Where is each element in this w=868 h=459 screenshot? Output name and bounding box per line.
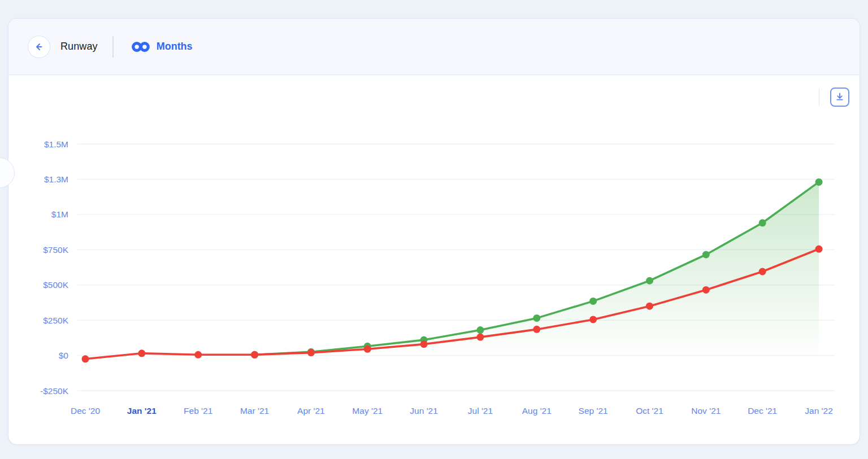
x-axis-tick-label: Jan '21 [127,406,157,416]
series-green-point[interactable] [646,277,653,285]
runway-chart[interactable]: $1.5M$1.3M$1M$750K$500K$250K$0-$250KDec … [8,75,860,444]
series-green-point[interactable] [815,178,823,186]
series-green-point[interactable] [476,326,484,334]
infinity-icon [131,41,151,53]
series-red-point[interactable] [589,316,597,323]
series-red-point[interactable] [702,286,710,294]
series-green-point[interactable] [533,314,540,322]
x-axis-tick-label: Jul '21 [468,406,493,416]
arrow-left-icon [33,41,45,53]
x-axis-tick-label: Apr '21 [297,406,325,416]
series-red-point[interactable] [364,346,371,353]
months-toggle[interactable]: Months [131,41,193,53]
runway-card: Runway Months $1.5M$1.3M$1M$750K$500K$25… [8,18,860,445]
series-green-point[interactable] [759,219,766,226]
series-red-point[interactable] [815,246,823,253]
y-axis-tick-label: $1.3M [44,174,68,184]
series-red-point[interactable] [138,349,145,357]
x-axis-tick-label: Feb '21 [184,406,212,416]
y-axis-tick-label: $1M [51,209,68,219]
y-axis-tick-label: $250K [43,316,68,325]
header-divider [112,36,114,58]
series-red-point[interactable] [759,268,766,275]
series-red-point[interactable] [420,340,428,348]
x-axis-tick-label: Jan '22 [805,406,833,416]
series-green-point[interactable] [589,298,597,305]
back-button[interactable] [28,36,50,58]
chart-body: $1.5M$1.3M$1M$750K$500K$250K$0-$250KDec … [8,75,860,444]
x-axis-tick-label: Aug '21 [522,406,552,416]
series-red-point[interactable] [307,349,315,356]
x-axis-tick-label: Nov '21 [691,406,721,416]
x-axis-tick-label: Sep '21 [579,406,608,416]
y-axis-tick-label: $500K [43,280,68,290]
x-axis-tick-label: Oct '21 [636,406,663,416]
series-red-point[interactable] [194,351,202,359]
y-axis-tick-label: $0 [59,351,69,360]
y-axis-tick-label: $750K [43,245,68,255]
x-axis-tick-label: Dec '21 [748,406,777,416]
series-green-point[interactable] [702,251,710,259]
card-header: Runway Months [8,19,860,75]
x-axis-tick-label: Dec '20 [71,406,100,416]
series-red-point[interactable] [82,355,89,362]
x-axis-tick-label: May '21 [352,406,383,416]
series-red-point[interactable] [646,303,653,310]
series-red-point[interactable] [251,351,258,359]
months-label: Months [157,41,193,53]
y-axis-tick-label: -$250K [40,386,69,396]
x-axis-tick-label: Jun '21 [410,406,438,416]
series-red-point[interactable] [476,334,484,341]
series-red-point[interactable] [533,326,540,333]
x-axis-tick-label: Mar '21 [240,406,269,416]
page-title: Runway [60,41,98,53]
y-axis-tick-label: $1.5M [44,139,68,149]
